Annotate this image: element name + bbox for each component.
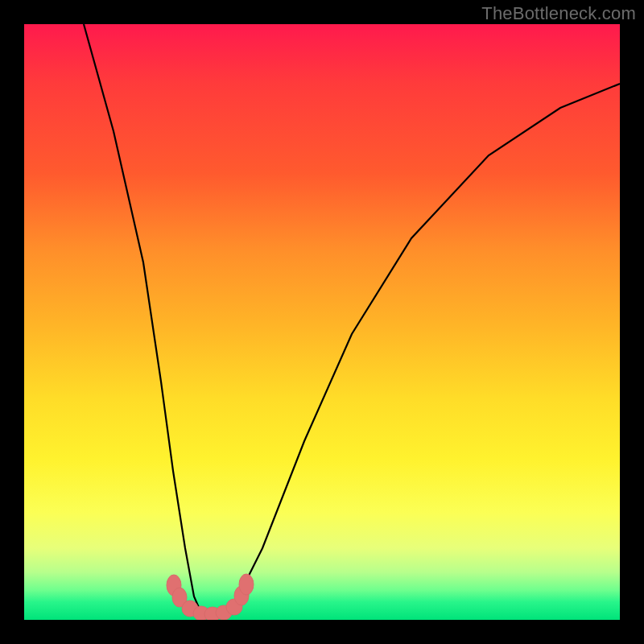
bottleneck-curve: [84, 24, 620, 617]
bottom-markers-group: [167, 574, 254, 620]
watermark-text: TheBottleneck.com: [481, 3, 636, 24]
curve-svg: [24, 24, 620, 620]
marker-dot: [239, 574, 254, 595]
plot-area: [24, 24, 620, 620]
chart-frame: TheBottleneck.com: [0, 0, 644, 644]
